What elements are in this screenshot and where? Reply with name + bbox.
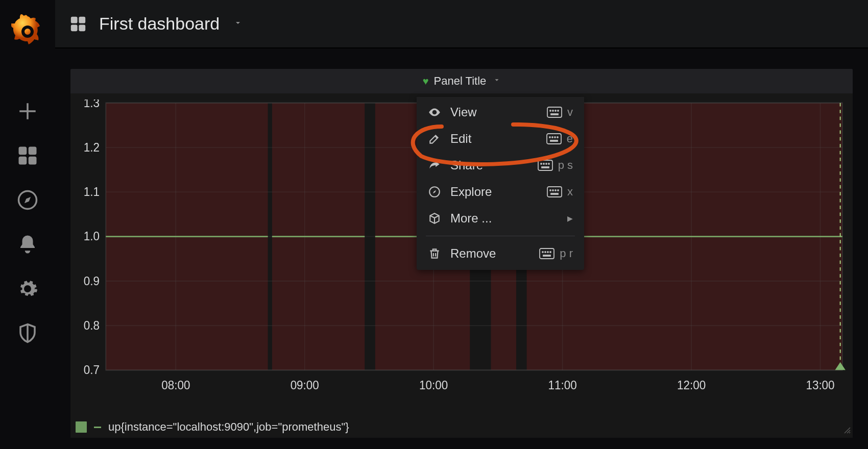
svg-rect-1	[29, 147, 37, 155]
svg-point-70	[558, 190, 559, 191]
svg-text:10:00: 10:00	[419, 378, 448, 392]
menu-item-share[interactable]: Sharep s	[417, 152, 584, 179]
compass-icon[interactable]	[17, 189, 38, 211]
legend-color-swatch	[76, 421, 87, 433]
menu-item-remove[interactable]: Removep r	[417, 240, 584, 267]
heart-icon: ♥	[423, 76, 429, 87]
svg-rect-47	[547, 107, 562, 117]
legend-line-swatch	[94, 427, 101, 428]
dashboards-icon[interactable]	[69, 15, 87, 33]
svg-text:1.3: 1.3	[84, 99, 100, 110]
svg-point-55	[552, 137, 553, 138]
svg-text:12:00: 12:00	[677, 378, 706, 392]
keyboard-icon	[547, 107, 562, 118]
svg-rect-0	[19, 147, 27, 155]
svg-rect-53	[547, 134, 561, 144]
bell-icon[interactable]	[17, 234, 38, 255]
keyboard-icon	[546, 133, 562, 144]
menu-item-edit[interactable]: Edite	[417, 126, 584, 152]
plus-icon[interactable]	[17, 101, 38, 122]
svg-rect-59	[538, 160, 552, 170]
svg-point-73	[542, 252, 543, 253]
menu-item-label: Remove	[450, 246, 530, 261]
svg-point-75	[547, 252, 548, 253]
keyboard-icon	[538, 160, 553, 171]
svg-text:08:00: 08:00	[161, 378, 190, 392]
legend-label: up{instance="localhost:9090",job="promet…	[108, 420, 349, 434]
menu-item-label: Explore	[450, 185, 538, 199]
menu-separator	[426, 236, 575, 236]
topbar: First dashboard	[55, 0, 868, 48]
svg-point-62	[546, 163, 547, 164]
menu-item-shortcut: v	[547, 106, 573, 119]
svg-rect-64	[542, 167, 549, 168]
svg-point-48	[550, 110, 551, 111]
svg-rect-72	[540, 248, 554, 259]
svg-rect-77	[543, 255, 550, 256]
svg-point-51	[558, 110, 559, 111]
svg-text:1.1: 1.1	[84, 185, 100, 198]
svg-rect-6	[79, 16, 85, 23]
menu-item-label: Share	[450, 158, 528, 172]
shield-icon[interactable]	[17, 322, 38, 344]
panel-header[interactable]: ♥ Panel Title	[70, 69, 853, 93]
svg-text:13:00: 13:00	[806, 378, 834, 392]
svg-rect-58	[550, 140, 558, 141]
menu-item-shortcut: e	[546, 132, 573, 145]
grafana-logo[interactable]	[11, 14, 44, 47]
keyboard-icon	[547, 186, 562, 197]
svg-rect-7	[71, 24, 78, 31]
resize-handle[interactable]	[842, 426, 851, 436]
svg-rect-5	[71, 16, 78, 23]
svg-point-49	[552, 110, 553, 111]
chevron-down-icon	[493, 77, 500, 86]
svg-rect-2	[19, 157, 27, 165]
svg-point-60	[541, 163, 542, 164]
svg-point-67	[550, 190, 551, 191]
svg-text:09:00: 09:00	[291, 378, 319, 392]
svg-point-57	[557, 137, 558, 138]
menu-item-explore[interactable]: Explorex	[417, 179, 584, 205]
svg-rect-66	[547, 187, 562, 197]
menu-item-label: View	[450, 105, 538, 119]
svg-rect-52	[551, 114, 558, 115]
cube-icon	[428, 212, 441, 225]
svg-point-68	[552, 190, 553, 191]
compass-icon	[428, 185, 441, 198]
svg-rect-3	[29, 157, 37, 165]
svg-point-76	[550, 252, 551, 253]
edit-icon	[428, 132, 441, 145]
svg-point-50	[555, 110, 556, 111]
menu-item-label: More ...	[450, 211, 558, 226]
menu-item-shortcut: x	[547, 185, 573, 198]
svg-point-61	[543, 163, 544, 164]
svg-text:1.2: 1.2	[84, 140, 100, 154]
svg-text:0.8: 0.8	[84, 318, 100, 332]
svg-rect-71	[551, 193, 558, 194]
panel-legend[interactable]: up{instance="localhost:9090",job="promet…	[76, 420, 349, 434]
svg-rect-8	[79, 24, 85, 31]
chevron-down-icon[interactable]	[234, 19, 242, 29]
menu-item-shortcut: p r	[539, 247, 573, 260]
svg-point-54	[549, 137, 550, 138]
chevron-right-icon: ▶	[567, 214, 573, 222]
grid-icon[interactable]	[17, 145, 38, 166]
svg-text:11:00: 11:00	[548, 378, 577, 392]
svg-point-56	[554, 137, 556, 138]
svg-point-63	[548, 163, 549, 164]
svg-text:0.7: 0.7	[84, 363, 100, 377]
svg-point-74	[545, 252, 546, 253]
gear-icon[interactable]	[17, 278, 38, 300]
eye-icon	[428, 106, 441, 119]
svg-text:1.0: 1.0	[84, 229, 100, 243]
dashboard-title[interactable]: First dashboard	[99, 14, 220, 34]
menu-item-more[interactable]: More ...▶	[417, 205, 584, 232]
panel-context-menu: ViewvEditeSharep sExplorexMore ...▶Remov…	[417, 97, 584, 270]
trash-icon	[428, 247, 441, 260]
menu-item-view[interactable]: Viewv	[417, 99, 584, 126]
panel-title: Panel Title	[434, 74, 487, 88]
share-icon	[428, 159, 441, 172]
sidebar	[0, 0, 55, 449]
menu-item-shortcut: p s	[538, 159, 573, 172]
svg-text:0.9: 0.9	[84, 274, 100, 288]
